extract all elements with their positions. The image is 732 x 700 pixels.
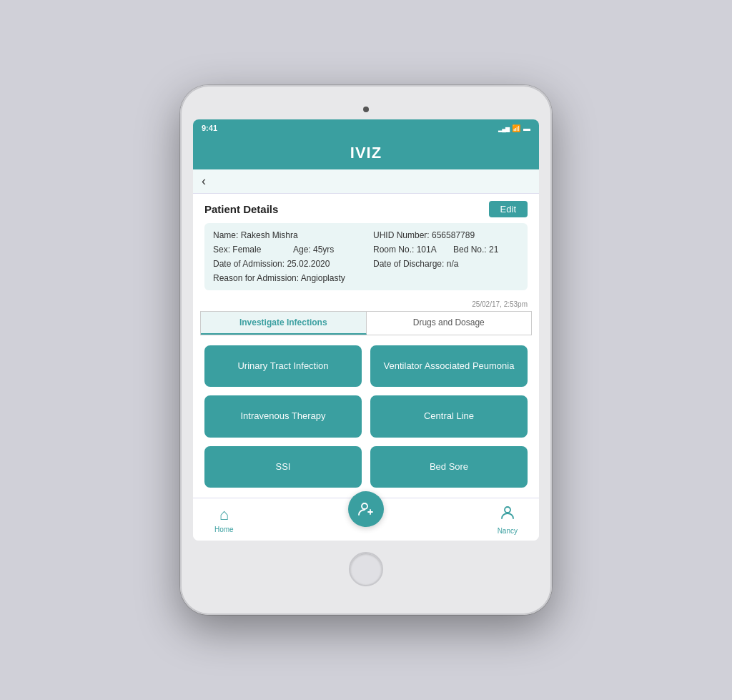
- status-bar: 9:41 📶 ▬: [193, 119, 539, 137]
- back-button[interactable]: ‹: [202, 174, 206, 189]
- infection-btn-uti[interactable]: Urinary Tract Infection: [204, 345, 362, 387]
- bottom-nav: ⌂ Home: [193, 498, 539, 541]
- infection-btn-bed-sore[interactable]: Bed Sore: [370, 446, 528, 488]
- battery-icon: ▬: [523, 124, 530, 132]
- patient-header-row: Patient Details Edit: [204, 201, 528, 217]
- patient-row-dates: Date of Admission: 25.02.2020 Date of Di…: [213, 259, 519, 269]
- add-patient-icon: [357, 501, 375, 518]
- app-header: IVIZ: [193, 137, 539, 169]
- tab-drugs-dosage[interactable]: Drugs and Dosage: [367, 312, 532, 335]
- status-icons: 📶 ▬: [498, 124, 530, 132]
- status-time: 9:41: [202, 124, 217, 132]
- patient-uhid: UHID Number: 656587789: [373, 230, 519, 240]
- patient-section-title: Patient Details: [204, 203, 278, 215]
- tablet-device: 9:41 📶 ▬ IVIZ ‹ Patient Details Edit Nam…: [180, 85, 552, 615]
- infection-grid: Urinary Tract Infection Ventilator Assoc…: [193, 335, 539, 498]
- user-icon: [499, 504, 516, 526]
- patient-sex: Sex: Female: [213, 245, 279, 255]
- patient-row-sex: Sex: Female Age: 45yrs Room No.: 101A Be…: [213, 245, 519, 255]
- svg-point-3: [505, 507, 510, 513]
- patient-room: Room No.: 101A: [373, 245, 439, 255]
- nav-bar: ‹: [193, 169, 539, 194]
- patient-row-reason: Reason for Admission: Angioplasty: [213, 273, 519, 283]
- home-button[interactable]: [349, 552, 383, 586]
- wifi-icon: 📶: [512, 124, 520, 132]
- patient-age: Age: 45yrs: [293, 245, 359, 255]
- nav-item-home[interactable]: ⌂ Home: [214, 506, 234, 533]
- patient-admission: Date of Admission: 25.02.2020: [213, 259, 359, 269]
- timestamp: 25/02/17, 2:53pm: [193, 297, 539, 311]
- infection-btn-vap[interactable]: Ventilator Associated Peumonia: [370, 345, 528, 387]
- home-icon: ⌂: [219, 506, 229, 524]
- fab-add-patient-button[interactable]: [348, 491, 384, 527]
- svg-point-0: [362, 503, 367, 509]
- app-title: IVIZ: [350, 144, 382, 162]
- patient-row-name: Name: Rakesh Mishra UHID Number: 6565877…: [213, 230, 519, 240]
- tab-investigate-infections[interactable]: Investigate Infections: [201, 312, 367, 335]
- edit-button[interactable]: Edit: [489, 201, 528, 217]
- patient-discharge: Date of Discharge: n/a: [373, 259, 519, 269]
- camera: [363, 107, 369, 112]
- tablet-screen: 9:41 📶 ▬ IVIZ ‹ Patient Details Edit Nam…: [193, 119, 539, 541]
- infection-btn-iv-therapy[interactable]: Intravenous Therapy: [204, 395, 362, 437]
- signal-icon: [498, 124, 509, 132]
- patient-reason: Reason for Admission: Angioplasty: [213, 273, 519, 283]
- patient-name: Name: Rakesh Mishra: [213, 230, 359, 240]
- user-label: Nancy: [498, 527, 518, 535]
- nav-item-user[interactable]: Nancy: [498, 504, 518, 535]
- tabs-row: Investigate Infections Drugs and Dosage: [200, 311, 532, 335]
- patient-info-box: Name: Rakesh Mishra UHID Number: 6565877…: [204, 223, 528, 290]
- patient-section: Patient Details Edit Name: Rakesh Mishra…: [193, 194, 539, 297]
- infection-btn-central-line[interactable]: Central Line: [370, 395, 528, 437]
- home-label: Home: [214, 526, 234, 533]
- infection-btn-ssi[interactable]: SSI: [204, 446, 362, 488]
- patient-bed: Bed No.: 21: [453, 245, 519, 255]
